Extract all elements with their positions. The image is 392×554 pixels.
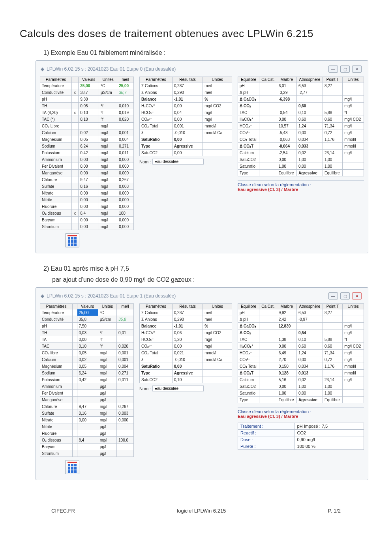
cell: 1,00 bbox=[296, 383, 323, 390]
cell: 1,00 bbox=[277, 163, 296, 170]
cell: Nitrite bbox=[40, 423, 73, 430]
cell: mg/l bbox=[98, 350, 116, 356]
cell: Σ Cations bbox=[140, 309, 173, 316]
cell: c bbox=[72, 109, 79, 116]
cell: 0,10 bbox=[296, 336, 323, 343]
cell: mg/l bbox=[98, 417, 116, 423]
minimize-icon[interactable]: ― bbox=[328, 292, 338, 299]
cell: °f bbox=[99, 109, 117, 116]
table-row: λ-0,010mmol/l Ca bbox=[140, 356, 232, 363]
cell: c bbox=[72, 210, 79, 217]
cell bbox=[117, 96, 134, 103]
page-footer: CIFEC.FR logiciel LPLWin 6.215 P. 1/2 bbox=[16, 492, 376, 514]
cell: Baryum bbox=[40, 444, 73, 450]
cell: % bbox=[203, 96, 232, 103]
cell bbox=[277, 103, 296, 109]
cell: TH bbox=[40, 329, 73, 336]
cell: 0,54 bbox=[296, 329, 323, 336]
window-etape0: ◆ LPLWin 6.02.15 s : 20241023 Eau 01 Eta… bbox=[36, 60, 368, 253]
cell bbox=[259, 163, 277, 170]
cell: Calcium bbox=[40, 129, 72, 136]
cell: Dose : bbox=[238, 436, 295, 443]
cell: 0,011 bbox=[117, 150, 134, 156]
cell: mg/l bbox=[98, 437, 116, 444]
table-row: Chlorure9,47mg/l0,267 bbox=[40, 176, 134, 183]
cell: mg/l bbox=[203, 116, 232, 123]
nom-input[interactable] bbox=[152, 386, 204, 391]
cell bbox=[77, 450, 98, 457]
col-pointt: Point T bbox=[323, 77, 342, 82]
calculator-icon[interactable] bbox=[65, 460, 79, 474]
cell: -5,43 bbox=[277, 129, 296, 136]
cell: 10,57 bbox=[277, 123, 296, 129]
cell: Equilibre bbox=[323, 170, 342, 176]
col-flag bbox=[72, 77, 79, 82]
cell: 0,00 bbox=[172, 150, 203, 156]
cell: 23,14 bbox=[323, 150, 342, 156]
cell: 0,05 bbox=[77, 350, 98, 356]
cell: 0,16 bbox=[79, 183, 99, 190]
cell bbox=[323, 329, 342, 336]
cell: 0,10 bbox=[172, 376, 203, 383]
minimize-icon[interactable]: ― bbox=[328, 66, 338, 73]
cell bbox=[203, 376, 232, 383]
cell: Equilibre bbox=[323, 397, 342, 403]
cell: 0,03 bbox=[77, 329, 98, 336]
maximize-icon[interactable]: ▢ bbox=[340, 292, 350, 299]
table-row: Nitrite0,00mg/l0,000 bbox=[40, 197, 134, 203]
cell: 0,287 bbox=[172, 309, 203, 316]
cell bbox=[259, 370, 277, 376]
cell: Nitrate bbox=[40, 190, 72, 197]
cell: °C bbox=[99, 82, 117, 89]
cell: 100 bbox=[117, 210, 134, 217]
close-icon[interactable]: ✕ bbox=[352, 66, 362, 73]
cell bbox=[343, 309, 364, 316]
col-flag bbox=[73, 304, 77, 309]
table-row: Conductivité35,8µS/cm35,8 bbox=[40, 316, 134, 323]
cell bbox=[259, 109, 277, 116]
cell: mg/l bbox=[99, 150, 117, 156]
table-row: Fer Divalentµg/l bbox=[40, 390, 134, 397]
cell: mg/l bbox=[99, 129, 117, 136]
cell: 0,00 bbox=[172, 103, 203, 109]
section-2-title: 2) Eau 01 après mise à pH 7,5 bbox=[43, 265, 376, 272]
cell: mmol/l bbox=[343, 136, 364, 143]
cell: -0,010 bbox=[172, 356, 203, 363]
cell bbox=[343, 156, 364, 163]
cell bbox=[73, 383, 77, 390]
cell: 0,72 bbox=[323, 356, 342, 363]
cell: 0,011 bbox=[117, 376, 134, 383]
table-row: Nitrate0,00mg/l0,000 bbox=[40, 190, 134, 197]
table-row: Balance-1,01% bbox=[140, 96, 232, 103]
cell bbox=[72, 163, 79, 170]
cell: Température bbox=[40, 309, 73, 316]
cell bbox=[259, 96, 277, 103]
cell: mg/l bbox=[99, 223, 117, 230]
window-title: LPLWin 6.02.15 s : 20241023 Eau 01 Etape… bbox=[47, 66, 176, 72]
cell bbox=[73, 444, 77, 450]
cell: 71,34 bbox=[323, 350, 342, 356]
cell: Σ Anions bbox=[140, 316, 173, 323]
col-unites: Unités bbox=[98, 304, 116, 309]
cell: -3,29 bbox=[277, 89, 296, 96]
cell: Fluorure bbox=[40, 430, 73, 437]
cell: -6,398 bbox=[277, 96, 296, 103]
calculator-icon[interactable] bbox=[65, 233, 79, 247]
cell: Strontium bbox=[40, 450, 73, 457]
cell: 25,00 bbox=[117, 82, 134, 89]
nom-input[interactable] bbox=[152, 159, 204, 165]
maximize-icon[interactable]: ▢ bbox=[340, 66, 350, 73]
cell: Type bbox=[140, 143, 173, 150]
cell: 38,7 bbox=[79, 89, 99, 96]
cell: 35,8 bbox=[77, 316, 98, 323]
cell: 0,000 bbox=[117, 163, 134, 170]
table-row: Nitrate0,00mg/l0,000 bbox=[40, 417, 134, 423]
cell: 0,05 bbox=[79, 103, 99, 109]
cell: SatuCO2 bbox=[238, 156, 259, 163]
cell: 0,000 bbox=[117, 190, 134, 197]
col-cacst: Ca Cst. bbox=[259, 304, 277, 309]
cell: 2,70 bbox=[277, 356, 296, 363]
cell bbox=[323, 143, 342, 150]
close-icon[interactable]: ✕ bbox=[352, 292, 362, 299]
cell: 0,00 bbox=[172, 116, 203, 123]
